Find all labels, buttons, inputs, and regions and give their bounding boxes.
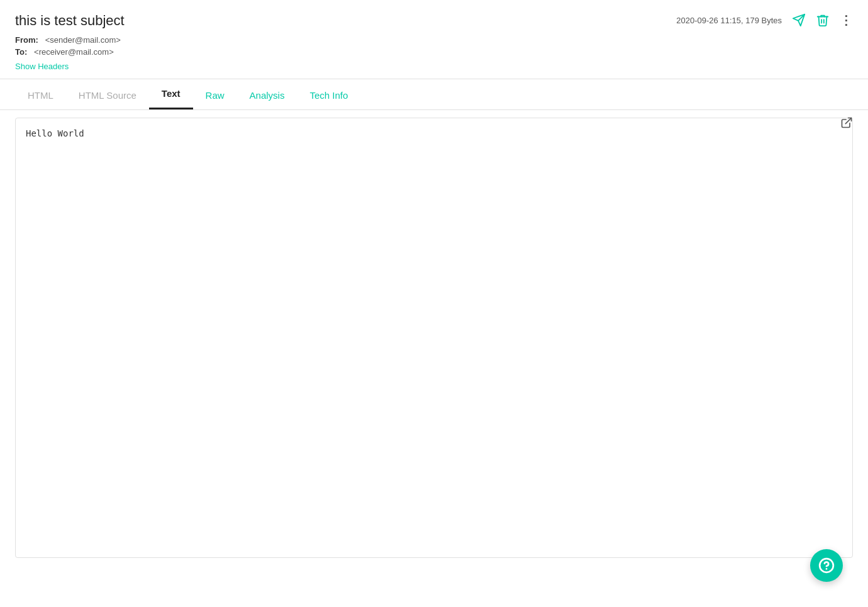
help-fab[interactable] xyxy=(810,549,843,582)
tab-tech-info[interactable]: Tech Info xyxy=(297,81,360,109)
email-from: From: <sender@mail.com> xyxy=(15,35,853,45)
svg-line-0 xyxy=(845,118,851,124)
from-label: From: xyxy=(15,35,38,45)
header-actions: 2020-09-26 11:15, 179 Bytes ⋮ xyxy=(676,13,853,28)
show-headers-link[interactable]: Show Headers xyxy=(15,62,69,71)
email-timestamp: 2020-09-26 11:15, 179 Bytes xyxy=(676,16,782,25)
email-header: this is test subject From: <sender@mail.… xyxy=(0,0,868,79)
email-body: Hello World xyxy=(15,118,853,558)
body-text: Hello World xyxy=(26,128,84,138)
delete-icon[interactable] xyxy=(816,13,830,27)
tab-html-source[interactable]: HTML Source xyxy=(66,81,149,109)
to-label: To: xyxy=(15,47,27,57)
tabs-bar: HTML HTML Source Text Raw Analysis Tech … xyxy=(0,79,868,110)
more-options-icon[interactable]: ⋮ xyxy=(840,13,853,28)
tab-text[interactable]: Text xyxy=(149,79,193,109)
open-external-icon[interactable] xyxy=(840,116,853,131)
tab-analysis[interactable]: Analysis xyxy=(237,81,298,109)
from-value: <sender@mail.com> xyxy=(45,35,121,45)
to-value: <receiver@mail.com> xyxy=(34,47,114,57)
tab-html[interactable]: HTML xyxy=(15,81,66,109)
content-area: Hello World xyxy=(0,110,868,565)
tab-raw[interactable]: Raw xyxy=(193,81,237,109)
email-to: To: <receiver@mail.com> xyxy=(15,47,853,57)
forward-icon[interactable] xyxy=(792,13,806,27)
